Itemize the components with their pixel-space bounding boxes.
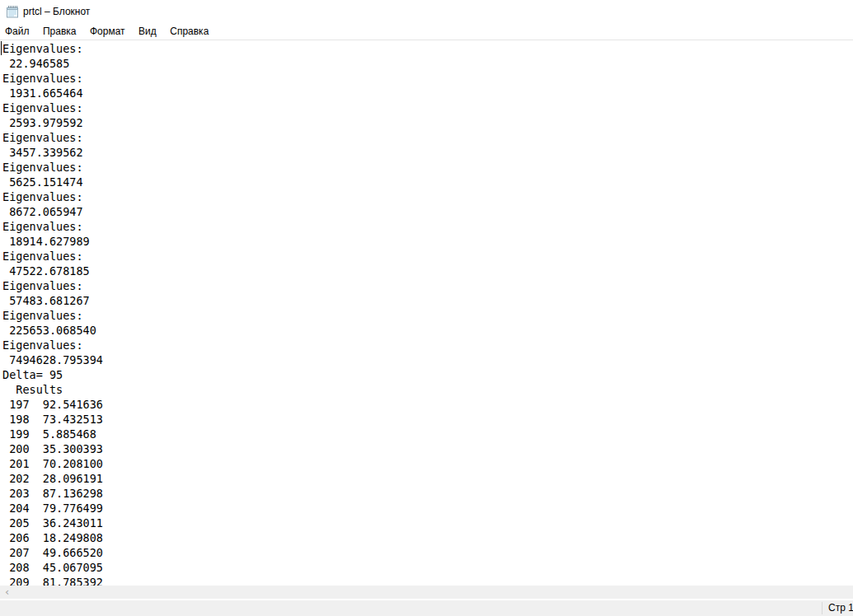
status-bar: Стр 1, [0,600,853,616]
scroll-left-arrow-icon[interactable]: ‹ [0,586,14,599]
text-editor-area[interactable]: Eigenvalues: 22.946585Eigenvalues: 1931.… [0,41,853,586]
text-line: 47522.678185 [2,264,853,278]
menu-item-format[interactable]: Формат [85,23,130,40]
text-line: 1931.665464 [2,86,853,100]
notepad-window: prtcl – Блокнот Файл Правка Формат Вид С… [0,0,853,616]
text-line: 18914.627989 [2,234,853,249]
text-line: 8672.065947 [2,204,853,219]
text-line: 205 36.243011 [2,516,853,530]
text-line: 197 92.541636 [2,397,853,412]
text-line: Eigenvalues: [2,41,853,56]
text-line: Eigenvalues: [2,308,853,323]
text-line: 2593.979592 [2,115,853,130]
text-line: 207 49.666520 [2,545,853,560]
window-title: prtcl – Блокнот [23,0,90,23]
text-line: Eigenvalues: [2,219,853,234]
text-line: 201 70.208100 [2,456,853,471]
text-line: Eigenvalues: [2,160,853,175]
text-line: Eigenvalues: [2,249,853,264]
text-line: 3457.339562 [2,145,853,160]
title-bar[interactable]: prtcl – Блокнот [0,0,853,23]
text-line: Eigenvalues: [2,189,853,204]
menu-item-edit[interactable]: Правка [38,23,82,40]
text-line: 206 18.249808 [2,530,853,545]
horizontal-scrollbar[interactable]: ‹ [0,586,853,599]
menu-item-file[interactable]: Файл [0,23,35,40]
menu-item-help[interactable]: Справка [165,23,213,40]
text-line: Eigenvalues: [2,100,853,115]
text-line: 7494628.795394 [2,352,853,367]
status-bar-divider [822,602,823,614]
text-line: Eigenvalues: [2,130,853,145]
text-line: 5625.151474 [2,175,853,189]
text-line: 209 81.785392 [2,575,853,586]
text-line: 204 79.776499 [2,501,853,516]
text-line: Delta= 95 [2,367,853,382]
text-line: 208 45.067095 [2,560,853,575]
status-line-column: Стр 1, [828,600,853,616]
text-line: Results [2,382,853,397]
text-line: 203 87.136298 [2,486,853,501]
text-line: 225653.068540 [2,323,853,338]
menu-item-view[interactable]: Вид [134,23,162,40]
text-line: Eigenvalues: [2,71,853,86]
text-line: Eigenvalues: [2,278,853,293]
menu-bar: Файл Правка Формат Вид Справка [0,23,853,40]
text-line: 57483.681267 [2,293,853,308]
text-line: 202 28.096191 [2,471,853,486]
text-line: 198 73.432513 [2,412,853,427]
text-line: 199 5.885468 [2,427,853,441]
text-caret [1,41,2,55]
notepad-icon [6,5,19,18]
text-line: 200 35.300393 [2,441,853,456]
text-line: 22.946585 [2,56,853,71]
text-line: Eigenvalues: [2,338,853,352]
